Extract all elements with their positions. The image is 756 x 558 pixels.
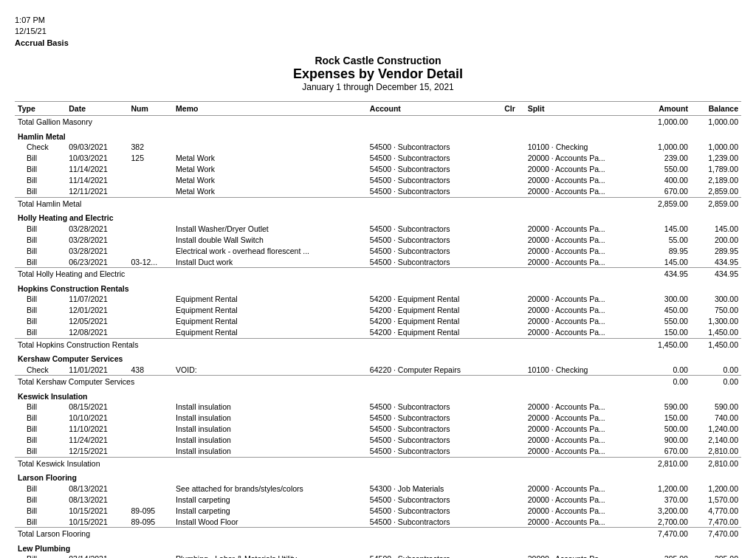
meta-time: 1:07 PM 12/15/21 Accrual Basis — [15, 15, 741, 49]
row-account: 54200 · Equipment Rental — [367, 305, 501, 316]
row-account: 54200 · Equipment Rental — [367, 316, 501, 327]
row-balance: 1,570.00 — [691, 494, 741, 505]
row-amount: 55.00 — [641, 234, 691, 245]
row-balance: 4,770.00 — [691, 505, 741, 516]
row-type: Check — [15, 142, 66, 153]
row-type: Bill — [15, 164, 66, 175]
row-date: 11/10/2021 — [66, 424, 128, 435]
section-total-label: Total Keswick Insulation — [15, 457, 641, 469]
section-header-row: Kershaw Computer Services — [15, 350, 741, 364]
row-split: 20000 · Accounts Pa... — [525, 483, 641, 494]
row-date: 11/14/2021 — [66, 175, 128, 186]
table-row: Check 11/01/2021 438 VOID: 64220 · Compu… — [15, 364, 741, 376]
company-name: Rock Castle Construction — [15, 55, 741, 66]
row-memo: Equipment Rental — [173, 327, 367, 339]
row-account: 54500 · Subcontractors — [367, 153, 501, 164]
table-row: Bill 10/10/2021 Install insulation 54500… — [15, 413, 741, 424]
section-total-balance: 1,450.00 — [691, 338, 741, 350]
row-clr — [501, 435, 524, 446]
section-header-row: Hamlin Metal — [15, 128, 741, 142]
row-clr — [501, 223, 524, 234]
table-row: Bill 11/10/2021 Install insulation 54500… — [15, 424, 741, 435]
row-clr — [501, 364, 524, 376]
row-type: Bill — [15, 256, 66, 268]
row-clr — [501, 175, 524, 186]
row-num: 03-12... — [128, 256, 173, 268]
row-split: 20000 · Accounts Pa... — [525, 402, 641, 413]
row-account: 54500 · Subcontractors — [367, 142, 501, 153]
total-gallion-masonry-row: Total Gallion Masonry 1,000.00 1,000.00 — [15, 116, 741, 128]
row-num: 382 — [128, 142, 173, 153]
row-amount: 89.95 — [641, 245, 691, 256]
row-amount: 550.00 — [641, 316, 691, 327]
row-memo: Install Wood Floor — [173, 516, 367, 528]
row-balance: 740.00 — [691, 413, 741, 424]
row-memo: VOID: — [173, 364, 367, 376]
row-balance: 1,200.00 — [691, 483, 741, 494]
table-row: Bill 08/13/2021 Install carpeting 54500 … — [15, 494, 741, 505]
row-num — [128, 402, 173, 413]
row-balance: 1,239.00 — [691, 153, 741, 164]
row-type: Bill — [15, 424, 66, 435]
table-row: Bill 03/14/2021 Plumbing - Labor & Mater… — [15, 554, 741, 558]
row-memo: Metal Work — [173, 153, 367, 164]
row-split: 20000 · Accounts Pa... — [525, 294, 641, 305]
row-account: 64220 · Computer Repairs — [367, 364, 501, 376]
row-date: 03/28/2021 — [66, 223, 128, 234]
row-date: 12/08/2021 — [66, 327, 128, 339]
row-memo: Electrical work - overhead florescent ..… — [173, 245, 367, 256]
row-num — [128, 245, 173, 256]
row-balance: 2,810.00 — [691, 446, 741, 458]
row-account: 54500 · Subcontractors — [367, 234, 501, 245]
section-total-amount: 1,450.00 — [641, 338, 691, 350]
section-name: Lew Plumbing — [15, 540, 741, 554]
row-split: 20000 · Accounts Pa... — [525, 554, 641, 558]
row-type: Bill — [15, 305, 66, 316]
row-memo: Equipment Rental — [173, 294, 367, 305]
row-date: 12/11/2021 — [66, 186, 128, 198]
row-date: 11/07/2021 — [66, 294, 128, 305]
expenses-table: Type Date Num Memo Account Clr Split Amo… — [15, 101, 741, 558]
section-total-label: Total Holly Heating and Electric — [15, 268, 641, 280]
row-clr — [501, 494, 524, 505]
row-account: 54500 · Subcontractors — [367, 424, 501, 435]
row-memo: See attached for brands/styles/colors — [173, 483, 367, 494]
table-row: Bill 11/14/2021 Metal Work 54500 · Subco… — [15, 164, 741, 175]
section-header-row: Holly Heating and Electric — [15, 209, 741, 223]
row-date: 08/15/2021 — [66, 402, 128, 413]
row-num — [128, 446, 173, 458]
section-header-row: Larson Flooring — [15, 469, 741, 483]
row-split: 20000 · Accounts Pa... — [525, 256, 641, 268]
row-account: 54200 · Equipment Rental — [367, 294, 501, 305]
row-date: 11/24/2021 — [66, 435, 128, 446]
section-total-row: Total Hopkins Construction Rentals 1,450… — [15, 338, 741, 350]
row-amount: 400.00 — [641, 175, 691, 186]
row-amount: 670.00 — [641, 446, 691, 458]
row-balance: 2,140.00 — [691, 435, 741, 446]
row-account: 54300 · Job Materials — [367, 483, 501, 494]
row-type: Bill — [15, 483, 66, 494]
row-num — [128, 223, 173, 234]
row-balance: 1,450.00 — [691, 327, 741, 339]
section-total-balance: 434.95 — [691, 268, 741, 280]
row-split: 20000 · Accounts Pa... — [525, 164, 641, 175]
row-split: 20000 · Accounts Pa... — [525, 516, 641, 528]
row-amount: 450.00 — [641, 305, 691, 316]
row-balance: 1,240.00 — [691, 424, 741, 435]
section-total-balance: 7,470.00 — [691, 528, 741, 540]
row-type: Check — [15, 364, 66, 376]
report-title: Expenses by Vendor Detail — [15, 66, 741, 82]
row-date: 12/15/2021 — [66, 446, 128, 458]
section-total-label: Total Hopkins Construction Rentals — [15, 338, 641, 350]
table-row: Bill 12/08/2021 Equipment Rental 54200 ·… — [15, 327, 741, 339]
row-account: 54500 · Subcontractors — [367, 164, 501, 175]
row-clr — [501, 483, 524, 494]
row-account: 54500 · Subcontractors — [367, 554, 501, 558]
table-row: Bill 12/01/2021 Equipment Rental 54200 ·… — [15, 305, 741, 316]
row-split: 20000 · Accounts Pa... — [525, 316, 641, 327]
row-type: Bill — [15, 554, 66, 558]
row-amount: 900.00 — [641, 435, 691, 446]
row-num: 89-095 — [128, 516, 173, 528]
total-gallion-masonry-label: Total Gallion Masonry — [15, 116, 641, 128]
date-label: 12/15/21 — [15, 26, 741, 37]
